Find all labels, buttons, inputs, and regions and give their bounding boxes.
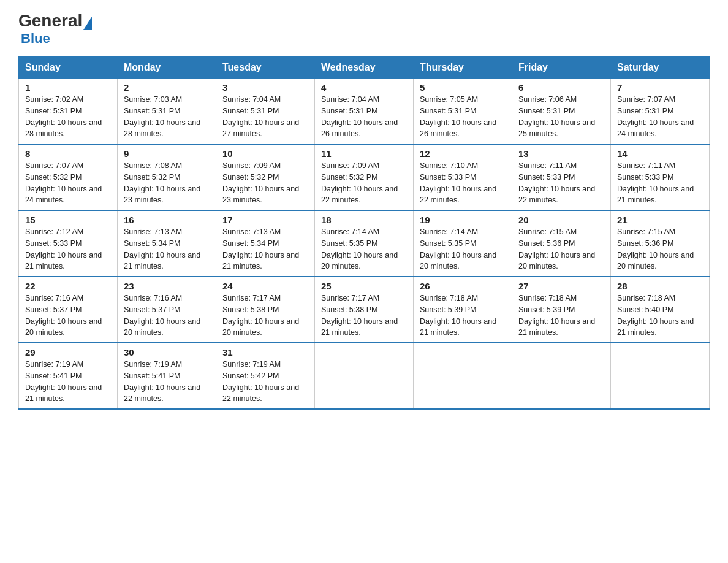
- calendar-cell: [414, 343, 512, 409]
- day-info: Sunrise: 7:17 AM Sunset: 5:38 PM Dayligh…: [321, 293, 407, 339]
- logo-blue-text: Blue: [21, 31, 50, 47]
- day-info: Sunrise: 7:12 AM Sunset: 5:33 PM Dayligh…: [25, 226, 111, 272]
- day-number: 11: [321, 148, 407, 159]
- calendar-cell: 29 Sunrise: 7:19 AM Sunset: 5:41 PM Dayl…: [19, 343, 118, 409]
- day-number: 8: [25, 148, 111, 159]
- day-info: Sunrise: 7:18 AM Sunset: 5:40 PM Dayligh…: [617, 293, 703, 339]
- day-number: 27: [518, 281, 604, 291]
- day-info: Sunrise: 7:09 AM Sunset: 5:32 PM Dayligh…: [321, 160, 407, 206]
- day-info: Sunrise: 7:14 AM Sunset: 5:35 PM Dayligh…: [321, 226, 407, 272]
- day-number: 16: [124, 215, 210, 225]
- day-info: Sunrise: 7:13 AM Sunset: 5:34 PM Dayligh…: [124, 226, 210, 272]
- day-info: Sunrise: 7:04 AM Sunset: 5:31 PM Dayligh…: [222, 94, 308, 140]
- day-number: 9: [124, 148, 210, 159]
- calendar-cell: 8 Sunrise: 7:07 AM Sunset: 5:32 PM Dayli…: [19, 144, 118, 210]
- day-info: Sunrise: 7:03 AM Sunset: 5:31 PM Dayligh…: [124, 94, 210, 140]
- day-number: 1: [25, 82, 111, 93]
- day-number: 2: [124, 82, 210, 93]
- calendar-cell: 6 Sunrise: 7:06 AM Sunset: 5:31 PM Dayli…: [512, 79, 611, 145]
- calendar-cell: 10 Sunrise: 7:09 AM Sunset: 5:32 PM Dayl…: [216, 144, 315, 210]
- calendar-cell: 7 Sunrise: 7:07 AM Sunset: 5:31 PM Dayli…: [611, 79, 710, 145]
- day-info: Sunrise: 7:05 AM Sunset: 5:31 PM Dayligh…: [420, 94, 506, 140]
- day-number: 10: [222, 148, 308, 159]
- calendar-table: SundayMondayTuesdayWednesdayThursdayFrid…: [18, 56, 710, 410]
- day-info: Sunrise: 7:06 AM Sunset: 5:31 PM Dayligh…: [518, 94, 604, 140]
- day-info: Sunrise: 7:19 AM Sunset: 5:41 PM Dayligh…: [124, 359, 210, 405]
- day-number: 12: [420, 148, 506, 159]
- day-info: Sunrise: 7:15 AM Sunset: 5:36 PM Dayligh…: [617, 226, 703, 272]
- calendar-cell: 21 Sunrise: 7:15 AM Sunset: 5:36 PM Dayl…: [611, 210, 710, 277]
- weekday-header-saturday: Saturday: [611, 57, 710, 79]
- day-info: Sunrise: 7:11 AM Sunset: 5:33 PM Dayligh…: [518, 160, 604, 206]
- day-number: 29: [25, 347, 111, 358]
- day-info: Sunrise: 7:18 AM Sunset: 5:39 PM Dayligh…: [420, 293, 506, 339]
- calendar-cell: 22 Sunrise: 7:16 AM Sunset: 5:37 PM Dayl…: [19, 277, 118, 343]
- weekday-header-wednesday: Wednesday: [315, 57, 414, 79]
- day-info: Sunrise: 7:14 AM Sunset: 5:35 PM Dayligh…: [420, 226, 506, 272]
- day-number: 14: [617, 148, 703, 159]
- calendar-cell: 15 Sunrise: 7:12 AM Sunset: 5:33 PM Dayl…: [19, 210, 118, 277]
- calendar-cell: 13 Sunrise: 7:11 AM Sunset: 5:33 PM Dayl…: [512, 144, 611, 210]
- day-number: 20: [518, 215, 604, 225]
- week-row-4: 22 Sunrise: 7:16 AM Sunset: 5:37 PM Dayl…: [19, 277, 710, 343]
- day-number: 18: [321, 215, 407, 225]
- day-info: Sunrise: 7:19 AM Sunset: 5:41 PM Dayligh…: [25, 359, 111, 405]
- day-info: Sunrise: 7:08 AM Sunset: 5:32 PM Dayligh…: [124, 160, 210, 206]
- calendar-cell: 16 Sunrise: 7:13 AM Sunset: 5:34 PM Dayl…: [118, 210, 216, 277]
- calendar-cell: 11 Sunrise: 7:09 AM Sunset: 5:32 PM Dayl…: [315, 144, 414, 210]
- day-info: Sunrise: 7:16 AM Sunset: 5:37 PM Dayligh…: [25, 293, 111, 339]
- weekday-header-friday: Friday: [512, 57, 611, 79]
- calendar-cell: 28 Sunrise: 7:18 AM Sunset: 5:40 PM Dayl…: [611, 277, 710, 343]
- calendar-cell: [611, 343, 710, 409]
- day-number: 21: [617, 215, 703, 225]
- calendar-cell: 24 Sunrise: 7:17 AM Sunset: 5:38 PM Dayl…: [216, 277, 315, 343]
- calendar-cell: 19 Sunrise: 7:14 AM Sunset: 5:35 PM Dayl…: [414, 210, 512, 277]
- calendar-cell: 20 Sunrise: 7:15 AM Sunset: 5:36 PM Dayl…: [512, 210, 611, 277]
- day-number: 31: [222, 347, 308, 358]
- day-number: 17: [222, 215, 308, 225]
- calendar-cell: 30 Sunrise: 7:19 AM Sunset: 5:41 PM Dayl…: [118, 343, 216, 409]
- weekday-header-tuesday: Tuesday: [216, 57, 315, 79]
- calendar-cell: 9 Sunrise: 7:08 AM Sunset: 5:32 PM Dayli…: [118, 144, 216, 210]
- day-info: Sunrise: 7:17 AM Sunset: 5:38 PM Dayligh…: [222, 293, 308, 339]
- calendar-cell: 31 Sunrise: 7:19 AM Sunset: 5:42 PM Dayl…: [216, 343, 315, 409]
- day-info: Sunrise: 7:04 AM Sunset: 5:31 PM Dayligh…: [321, 94, 407, 140]
- day-number: 5: [420, 82, 506, 93]
- day-info: Sunrise: 7:19 AM Sunset: 5:42 PM Dayligh…: [222, 359, 308, 405]
- calendar-cell: 17 Sunrise: 7:13 AM Sunset: 5:34 PM Dayl…: [216, 210, 315, 277]
- day-number: 26: [420, 281, 506, 291]
- day-number: 4: [321, 82, 407, 93]
- weekday-header-sunday: Sunday: [19, 57, 118, 79]
- page-header: General Blue: [18, 12, 710, 47]
- day-info: Sunrise: 7:15 AM Sunset: 5:36 PM Dayligh…: [518, 226, 604, 272]
- day-info: Sunrise: 7:07 AM Sunset: 5:32 PM Dayligh…: [25, 160, 111, 206]
- day-number: 15: [25, 215, 111, 225]
- day-number: 25: [321, 281, 407, 291]
- day-info: Sunrise: 7:16 AM Sunset: 5:37 PM Dayligh…: [124, 293, 210, 339]
- calendar-cell: 2 Sunrise: 7:03 AM Sunset: 5:31 PM Dayli…: [118, 79, 216, 145]
- week-row-5: 29 Sunrise: 7:19 AM Sunset: 5:41 PM Dayl…: [19, 343, 710, 409]
- calendar-cell: 5 Sunrise: 7:05 AM Sunset: 5:31 PM Dayli…: [414, 79, 512, 145]
- calendar-cell: 14 Sunrise: 7:11 AM Sunset: 5:33 PM Dayl…: [611, 144, 710, 210]
- day-info: Sunrise: 7:11 AM Sunset: 5:33 PM Dayligh…: [617, 160, 703, 206]
- logo: General Blue: [18, 12, 93, 47]
- day-number: 7: [617, 82, 703, 93]
- calendar-cell: 12 Sunrise: 7:10 AM Sunset: 5:33 PM Dayl…: [414, 144, 512, 210]
- day-number: 13: [518, 148, 604, 159]
- day-info: Sunrise: 7:09 AM Sunset: 5:32 PM Dayligh…: [222, 160, 308, 206]
- calendar-cell: 18 Sunrise: 7:14 AM Sunset: 5:35 PM Dayl…: [315, 210, 414, 277]
- calendar-cell: 26 Sunrise: 7:18 AM Sunset: 5:39 PM Dayl…: [414, 277, 512, 343]
- day-info: Sunrise: 7:10 AM Sunset: 5:33 PM Dayligh…: [420, 160, 506, 206]
- day-number: 30: [124, 347, 210, 358]
- calendar-cell: 1 Sunrise: 7:02 AM Sunset: 5:31 PM Dayli…: [19, 79, 118, 145]
- week-row-3: 15 Sunrise: 7:12 AM Sunset: 5:33 PM Dayl…: [19, 210, 710, 277]
- calendar-cell: 27 Sunrise: 7:18 AM Sunset: 5:39 PM Dayl…: [512, 277, 611, 343]
- weekday-header-thursday: Thursday: [414, 57, 512, 79]
- day-number: 28: [617, 281, 703, 291]
- day-info: Sunrise: 7:18 AM Sunset: 5:39 PM Dayligh…: [518, 293, 604, 339]
- day-number: 24: [222, 281, 308, 291]
- calendar-cell: [512, 343, 611, 409]
- weekday-header-monday: Monday: [118, 57, 216, 79]
- day-number: 23: [124, 281, 210, 291]
- day-info: Sunrise: 7:13 AM Sunset: 5:34 PM Dayligh…: [222, 226, 308, 272]
